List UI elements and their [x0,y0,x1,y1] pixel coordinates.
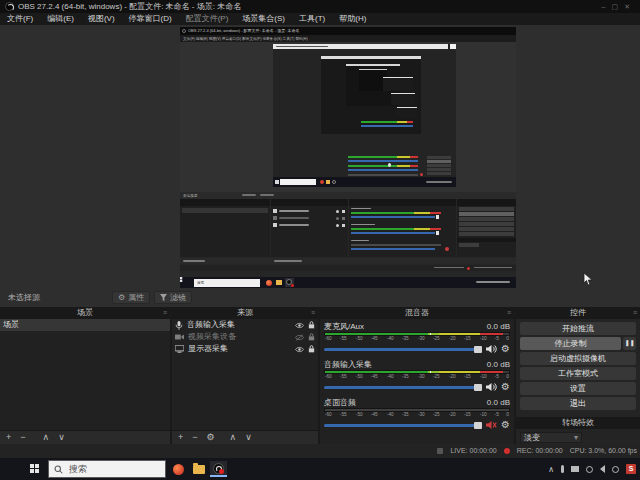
tray-expand-icon[interactable]: ∧ [548,465,554,474]
dock-grip-icon: ≡ [311,307,315,319]
close-button[interactable]: ✕ [624,3,636,10]
db-tick-label: -30 [418,412,425,417]
pause-recording-button[interactable]: ❚❚ [623,337,636,350]
volume-slider[interactable] [324,348,482,351]
exit-button[interactable]: 退出 [520,397,636,410]
channel-gear-icon[interactable]: ⚙ [501,420,510,430]
peak-marker [430,371,431,373]
start-virtual-camera-button[interactable]: 启动虚拟摄像机 [520,352,636,365]
slider-handle[interactable] [474,346,482,353]
source-properties-button[interactable]: ⚙ [207,431,215,444]
window-titlebar[interactable]: OBS 27.2.4 (64-bit, windows) - 配置文件: 未命名… [0,0,640,13]
menu-profile[interactable]: 配置文件(P) [186,13,229,25]
taskbar-app-explorer[interactable] [190,461,207,477]
menu-scene-collection[interactable]: 场景集合(S) [242,13,285,25]
nested-scene-row [182,208,268,213]
volume-slider[interactable] [324,424,482,427]
nested-folder-icon [276,280,282,285]
settings-button[interactable]: 设置 [520,382,636,395]
transitions-header[interactable]: 转场特效 [516,417,640,429]
scenes-header[interactable]: 场景≡ [0,307,170,319]
lock-icon[interactable] [308,345,315,353]
video-preview[interactable]: OBS 27.2.4 (64-bit, windows) - 配置文件: 未命名… [180,27,516,288]
speaker-icon[interactable] [486,382,497,392]
menu-file[interactable]: 文件(F) [7,13,33,25]
taskbar-search[interactable] [48,460,166,478]
add-source-button[interactable]: + [178,431,183,444]
source-toolbar: 未选择源 ⚙ 属性 滤镜 [0,289,640,307]
nested-obs-icon [332,180,336,184]
studio-mode-button[interactable]: 工作室模式 [520,367,636,380]
speaker-icon[interactable] [486,344,497,354]
nested-controls-body [457,206,516,257]
eye-hidden-icon[interactable] [295,334,304,341]
network-status-icon [437,448,443,454]
scene-down-button[interactable]: ∨ [58,431,65,444]
slider-handle[interactable] [474,384,482,391]
transition-select[interactable]: 淡变▾ [520,432,582,443]
tray-mic-icon[interactable] [561,465,564,473]
db-tick-label: -25 [433,374,440,379]
scene-up-button[interactable]: ∧ [43,431,50,444]
controls-dock: 控件≡ 开始推流 停止录制 ❚❚ 启动虚拟摄像机 工作室模式 设置 退出 转场特… [516,307,640,444]
nested-source-row [279,210,309,212]
menu-tools[interactable]: 工具(T) [299,13,325,25]
window-control-buttons[interactable]: –▢✕ [602,0,636,13]
source-up-button[interactable]: ∧ [230,431,237,444]
nested-source-toolbar: 未选择源 [180,192,516,199]
db-scale: -60-55-50-45-40-35-30-25-20-15-10-50 [324,374,510,381]
volume-slider[interactable] [324,386,482,389]
sources-header[interactable]: 来源≡ [172,307,318,319]
nested-button-smudge [260,194,274,196]
eye-icon[interactable] [295,346,304,353]
nested-mixer-meter-muted [351,244,441,246]
nested-mixer-meter [361,121,413,123]
peak-marker [430,333,431,335]
scene-row[interactable]: 场景 [0,319,170,331]
nested-mute-icon [420,173,423,176]
menu-docks[interactable]: 停靠窗口(D) [129,13,172,25]
remove-scene-button[interactable]: − [20,431,25,444]
tray-speaker-icon[interactable] [600,465,605,473]
nested-preview-body [180,42,516,192]
filters-button[interactable]: 滤镜 [154,291,192,304]
add-scene-button[interactable]: + [6,431,11,444]
menu-help[interactable]: 帮助(H) [339,13,366,25]
db-tick-label: -60 [325,374,332,379]
nested-button [427,168,451,171]
lock-icon[interactable] [308,333,315,341]
properties-button[interactable]: ⚙ 属性 [112,291,150,304]
start-button[interactable] [30,464,40,474]
menu-view[interactable]: 视图(V) [88,13,115,25]
slider-handle[interactable] [474,422,482,429]
channel-gear-icon[interactable]: ⚙ [501,344,510,354]
eye-icon[interactable] [295,322,304,329]
tray-network-icon[interactable] [612,466,619,473]
taskbar-app-obs[interactable] [210,461,227,477]
maximize-button[interactable]: ▢ [612,3,625,10]
tray-app-icon[interactable] [586,466,593,473]
source-row-display-capture[interactable]: 显示器采集 [172,343,318,355]
source-down-button[interactable]: ∨ [245,431,252,444]
stop-recording-button[interactable]: 停止录制 [520,337,621,350]
speaker-muted-icon[interactable] [486,420,497,430]
db-tick-label: -35 [402,374,409,379]
source-row-audio-input[interactable]: 音频输入采集 [172,319,318,331]
menu-edit[interactable]: 编辑(E) [47,13,74,25]
start-streaming-button[interactable]: 开始推流 [520,322,636,335]
tray-red-app-icon[interactable]: S [626,464,636,474]
camera-icon [175,333,184,341]
nested-button [427,164,451,167]
nested-volume-slider [351,248,435,250]
lock-icon[interactable] [308,321,315,329]
search-input[interactable] [67,463,156,475]
source-row-video-capture[interactable]: 视频采集设备 [172,331,318,343]
channel-gear-icon[interactable]: ⚙ [501,382,510,392]
taskbar-app-browser[interactable] [170,461,187,477]
mixer-header[interactable]: 混音器≡ [320,307,514,319]
minimize-button[interactable]: – [602,3,612,10]
controls-header[interactable]: 控件≡ [516,307,640,319]
tray-window-icon[interactable] [571,466,579,472]
remove-source-button[interactable]: − [192,431,197,444]
nested-footer-buttons [183,260,205,262]
